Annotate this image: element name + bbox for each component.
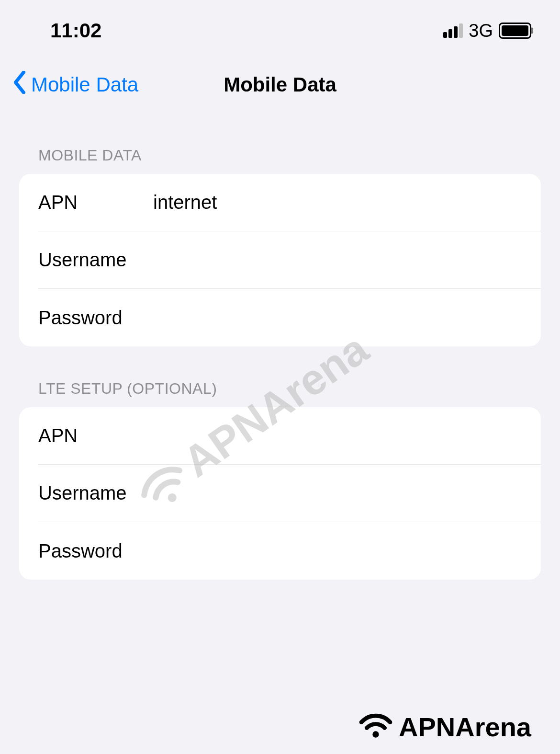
network-type: 3G xyxy=(469,21,493,41)
username-label: Username xyxy=(38,249,153,271)
section-header-lte-setup: LTE SETUP (OPTIONAL) xyxy=(10,346,550,407)
row-mobile-data-password[interactable]: Password xyxy=(19,289,541,346)
status-bar: 11:02 3G xyxy=(0,0,560,57)
status-time: 11:02 xyxy=(50,19,101,42)
wifi-icon xyxy=(357,709,395,744)
signal-icon xyxy=(443,23,463,38)
password-label: Password xyxy=(38,307,153,329)
apn-label: APN xyxy=(38,192,153,213)
row-lte-apn[interactable]: APN xyxy=(38,407,541,465)
lte-password-label: Password xyxy=(38,540,153,562)
password-input[interactable] xyxy=(153,307,522,329)
row-mobile-data-apn[interactable]: APN xyxy=(38,174,541,231)
username-input[interactable] xyxy=(153,249,522,271)
lte-username-label: Username xyxy=(38,482,153,504)
status-indicators: 3G xyxy=(443,21,531,41)
page-title: Mobile Data xyxy=(224,73,336,96)
battery-icon xyxy=(499,23,531,39)
row-lte-password[interactable]: Password xyxy=(19,522,541,580)
svg-point-1 xyxy=(372,731,379,737)
chevron-left-icon xyxy=(12,71,27,99)
section-group-mobile-data: APN Username Password xyxy=(19,174,541,346)
lte-apn-label: APN xyxy=(38,425,153,446)
watermark-bottom: APNArena xyxy=(357,709,531,744)
section-group-lte-setup: APN Username Password xyxy=(19,407,541,580)
row-mobile-data-username[interactable]: Username xyxy=(38,231,541,289)
content: MOBILE DATA APN Username Password LTE SE… xyxy=(0,113,560,580)
row-lte-username[interactable]: Username xyxy=(38,465,541,522)
back-button[interactable]: Mobile Data xyxy=(12,71,138,99)
nav-bar: Mobile Data Mobile Data xyxy=(0,57,560,113)
lte-apn-input[interactable] xyxy=(153,425,522,446)
lte-username-input[interactable] xyxy=(153,482,522,504)
lte-password-input[interactable] xyxy=(153,540,522,562)
watermark-bottom-text: APNArena xyxy=(399,711,531,743)
back-label: Mobile Data xyxy=(31,73,138,96)
apn-input[interactable] xyxy=(153,192,522,213)
section-header-mobile-data: MOBILE DATA xyxy=(10,113,550,174)
